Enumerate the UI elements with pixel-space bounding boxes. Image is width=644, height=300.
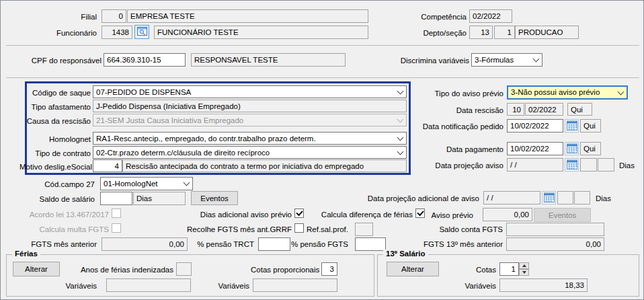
codigo-saque-select[interactable]: 07-PEDIDO DE DISPENSA [93,85,407,98]
ferias-variaveis-field-2 [253,278,337,292]
data-projecao-aviso-label: Data projeção aviso [424,161,504,170]
fgts13-anterior-field: 0,00 [506,237,604,251]
data-notificacao-calendar-button[interactable] [565,119,579,133]
data-projecao-adicional-field: / / [483,191,540,204]
pensao-trct-label: % pensão TRCT [194,239,254,249]
calcula-multa-fgts-checkbox [112,223,121,233]
cotas-spin-down-button[interactable] [519,269,529,276]
cod-campo27-select[interactable]: 01-HomologNet [100,177,193,190]
data-notificacao-dow-field: Qui [580,119,601,133]
data-projecao-aviso-field: / / [507,158,563,172]
chevron-down-icon [395,133,406,144]
tipo-contrato-value: 02-Ctr.prazo determ.c/cláusula de direit… [96,149,270,157]
motivo-desligamento-codigo-input[interactable] [93,159,122,172]
calcula-multa-fgts-label: Calcula multa FGTS [19,225,109,234]
eventos-button[interactable]: Eventos [191,191,238,205]
section-divider [6,77,639,78]
secao-name-field: PRODUCAO [515,26,579,39]
tipo-aviso-previo-value: 3-Não possui aviso prévio [511,88,600,96]
tipo-afastamento-label: Tipo afastamento [19,102,91,112]
alterar-ferias-button[interactable]: Alterar [13,262,60,276]
saldo-conta-fgts-label: Saldo conta FGTS [434,225,503,234]
decimo-cotas-label: Cotas [449,265,496,274]
motivo-desligamento-descricao-field: Rescisão antecipada do contrato a termo … [122,159,407,172]
competencia-field: 02/2022 [469,9,512,23]
decimo-cotas-input[interactable] [499,262,519,276]
data-rescisao-label: Data rescisão [436,106,504,115]
discrimina-variaveis-select[interactable]: 3-Fórmulas [471,53,542,67]
decimo-variaveis-field: 18,33 [499,278,588,292]
causa-rescisao-value: 21-SEM Justa Causa Iniciativa Empregado [96,116,243,124]
rescisao-form-window: Filial 0 EMPRESA TESTE Funcionário 1438 … [0,0,644,300]
fgts-mes-anterior-field: 0,00 [102,237,188,251]
codigo-saque-label: Código de saque [19,88,91,98]
ferias-variaveis-label: Variáveis [50,281,97,291]
dias-label: Dias [619,161,641,170]
spin-down-icon [522,271,526,274]
alterar-decimo-button[interactable]: Alterar [387,262,439,276]
data-notificacao-input[interactable] [507,119,563,133]
anos-ferias-field [176,262,192,276]
pensao-fgts-label: % pensão FGTS [288,239,348,249]
responsavel-nome-field: RESPONSAVEL TESTE [191,53,346,67]
aviso-previo-label: Aviso prévio [426,211,473,220]
homolognet-select[interactable]: RA1-Resc.antecip., empregado, do contr.t… [93,132,407,145]
filial-label: Filial [30,12,97,22]
calendar-icon [567,120,577,132]
cotas-spin-up-button[interactable] [519,262,529,269]
calcula-diferenca-ferias-label: Calcula diferença de férias [310,210,413,219]
data-pagamento-label: Data pagamento [424,145,504,154]
calendar-icon [544,192,555,204]
tipo-aviso-previo-select[interactable]: 3-Não possui aviso prévio [507,85,628,100]
tipo-afastamento-field: J-Pedido Dispensa (Iniciativa Empregado) [93,100,407,112]
saldo-salario-label: Saldo de salário [28,194,95,204]
data-projecao-adicional-calendar-button[interactable] [542,191,556,204]
data-pagamento-calendar-button[interactable] [565,142,579,155]
employee-lookup-button[interactable] [134,25,149,39]
homolognet-label: Homolognet [19,135,91,144]
acordo-lei-checkbox [112,209,121,218]
data-rescisao-dia-field: 10 [507,103,524,116]
causa-rescisao-select: 21-SEM Justa Causa Iniciativa Empregado [93,114,407,126]
secao-code-field: 1 [494,26,515,39]
homolognet-value: RA1-Resc.antecip., empregado, do contr.t… [96,135,316,143]
cotas-proporcionais-input[interactable] [321,262,337,276]
data-notificacao-label: Data notificação pedido [394,122,504,131]
tipo-contrato-select[interactable]: 02-Ctr.prazo determ.c/cláusula de direit… [93,146,407,159]
data-projecao-calendar-button[interactable] [565,158,579,172]
cod-campo27-label: Cód.campo 27 [28,180,95,189]
eventos-aviso-button: Eventos [534,208,591,222]
dias-adicional-label: Dias adicional aviso prévio [189,210,292,219]
anos-ferias-label: Anos de férias indenizadas [66,265,173,274]
depto-code-field: 13 [469,26,493,39]
calendar-icon [567,143,577,155]
dias-label: Dias [596,194,617,203]
data-projecao-adicional-label: Data projeção adicional de aviso [350,194,479,203]
saldo-salario-input[interactable] [100,192,132,205]
decimo-salario-title: 13º Salário [383,250,428,258]
funcionario-label: Funcionário [30,28,97,38]
calcula-diferenca-ferias-checkbox[interactable] [415,209,425,218]
aviso-previo-field: 0,00 [483,208,532,221]
funcionario-name-field: FUNCIONÁRIO TESTE [154,26,368,39]
dias-adicional-checkbox[interactable] [294,209,304,218]
saldo-conta-fgts-field [506,223,604,236]
chevron-down-icon [530,54,542,66]
codigo-saque-value: 07-PEDIDO DE DISPENSA [96,88,191,96]
pensao-trct-input[interactable] [258,237,290,251]
fgts13-anterior-label: FGTS 13º mês anterior [419,239,503,249]
data-rescisao-dow-field: Qui [567,103,592,116]
chevron-down-icon [615,87,627,98]
recolhe-fgts-label: Recolhe FGTS mês ant.GRRF [177,225,292,234]
data-rescisao-mes-field: 02/2022 [525,103,563,116]
data-pagamento-input[interactable] [507,142,563,155]
magnifier-icon [137,27,147,37]
pensao-fgts-input[interactable] [355,237,386,251]
filial-code-field: 0 [102,9,126,23]
causa-rescisao-label: Causa da rescisão [19,116,91,126]
cpf-responsavel-input[interactable] [104,53,186,67]
projecao-dias-field-1 [580,158,597,172]
data-pagamento-dow-field: Qui [580,142,601,155]
saldo-salario-dias-field: Dias [133,192,186,205]
projecao-adicional-dias-field-1 [557,191,573,204]
